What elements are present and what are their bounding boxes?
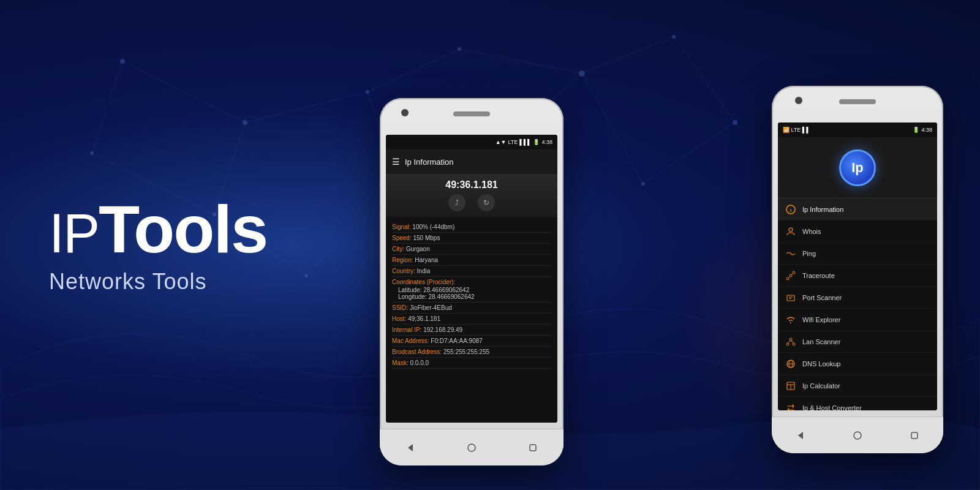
city-row: City: Gurgaon: [392, 244, 551, 255]
mask-label: Mask:: [392, 360, 410, 366]
svg-text:i: i: [790, 208, 791, 213]
country-value: India: [417, 268, 431, 274]
status2-battery: 🔋: [913, 127, 919, 133]
svg-marker-56: [798, 432, 803, 439]
region-row: Region: Haryana: [392, 255, 551, 266]
camera-2: [795, 97, 802, 104]
wifi-label: Wifi Explorer: [802, 316, 840, 323]
hamburger-icon[interactable]: ☰: [392, 157, 400, 167]
ip-info-label: Ip Information: [802, 206, 843, 213]
back-btn-1[interactable]: [403, 440, 418, 455]
status-bar-2: 📶 LTE ▌▌ 🔋 4:38: [778, 123, 937, 137]
share-btn[interactable]: ⤴: [448, 194, 466, 211]
svg-line-47: [788, 341, 791, 343]
host-row: Host: 49;36.1.181: [392, 314, 551, 325]
mac-row: Mac Address: F0:D7:AA:AA:9087: [392, 336, 551, 347]
coords-label: Coordinates (Procider):: [392, 279, 551, 285]
svg-point-37: [790, 274, 792, 277]
broadcast-label: Brodcast Address:: [392, 349, 443, 355]
home-btn-2[interactable]: [850, 428, 865, 443]
status-network: ▲▼: [496, 139, 507, 145]
ip-hero: 49:36.1.181 ⤴ ↻: [386, 174, 557, 217]
status-time: 4:38: [541, 139, 552, 145]
svg-point-38: [793, 271, 795, 274]
app-subtitle: Networks Tools: [49, 269, 270, 295]
phone-2: 📶 LTE ▌▌ 🔋 4:38 Ip: [772, 86, 943, 453]
ip-address-display: 49:36.1.181: [445, 179, 497, 190]
country-label: Country:: [392, 268, 417, 274]
wifi-explorer-icon: [785, 314, 796, 325]
svg-point-31: [468, 444, 475, 451]
ssid-value: JioFiber-4EBud: [410, 304, 452, 311]
status-battery: 🔋: [533, 139, 540, 145]
region-value: Haryana: [415, 257, 438, 263]
phones-section: ▲▼ LTE ▌▌▌ 🔋 4:38 ☰ Ip Information 49:36…: [306, 0, 980, 490]
city-label: City:: [392, 246, 406, 252]
menu-screen: 📶 LTE ▌▌ 🔋 4:38 Ip: [778, 123, 937, 410]
menu-list: i Ip Information Whois: [778, 198, 937, 410]
converter-icon: [785, 402, 796, 411]
back-btn-2[interactable]: [793, 428, 808, 443]
latitude-value: Latitude: 28.46669062642: [392, 287, 551, 293]
speed-row: Speed: 150 Mbps: [392, 233, 551, 244]
port-scanner-label: Port Scanner: [802, 294, 842, 301]
svg-line-48: [791, 341, 794, 343]
speed-label: Speed:: [392, 235, 413, 241]
ping-label: Ping: [802, 250, 816, 257]
menu-item-traceroute[interactable]: Traceroute: [778, 265, 937, 287]
mac-value: F0:D7:AA:AA:9087: [431, 337, 483, 344]
signal-label: Signal:: [392, 224, 412, 230]
status-signal: ▌▌▌: [519, 139, 531, 145]
ip-calc-icon: [785, 380, 796, 391]
toolbar-title: Ip Information: [405, 157, 454, 167]
title-tools: Tools: [99, 191, 267, 266]
menu-item-ping[interactable]: Ping: [778, 243, 937, 265]
broadcast-row: Brodcast Address: 255:255:255:255: [392, 347, 551, 358]
svg-rect-32: [530, 445, 536, 451]
internal-ip-row: Internal IP: 192.168.29.49: [392, 325, 551, 336]
host-value: 49;36.1.181: [408, 315, 440, 322]
menu-item-wifi[interactable]: Wifi Explorer: [778, 309, 937, 331]
ip-info-icon: i: [785, 204, 796, 215]
lan-label: Lan Scanner: [802, 338, 840, 345]
menu-item-converter[interactable]: Ip & Host Converter: [778, 397, 937, 410]
svg-point-57: [854, 432, 861, 439]
main-content: IPTools Networks Tools ▲▼ LTE ▌▌▌ 🔋 4:38: [0, 0, 980, 490]
svg-point-36: [786, 277, 789, 280]
status-lte: LTE: [508, 139, 518, 145]
menu-item-whois[interactable]: Whois: [778, 221, 937, 243]
country-row: Country: India: [392, 266, 551, 277]
longitude-value: Longitude: 28.46669062642: [392, 293, 551, 300]
dns-icon: [785, 358, 796, 369]
svg-point-45: [786, 343, 789, 345]
ssid-row: SSID: JioFiber-4EBud: [392, 303, 551, 314]
host-label: Host:: [392, 315, 408, 322]
broadcast-value: 255:255:255:255: [443, 349, 489, 355]
phone-1-nav: [380, 429, 564, 466]
svg-point-44: [790, 338, 792, 341]
svg-rect-58: [911, 432, 918, 439]
menu-item-dns[interactable]: DNS Lookup: [778, 353, 937, 375]
logo-text: Ip: [851, 160, 864, 176]
phone-1-screen: ▲▼ LTE ▌▌▌ 🔋 4:38 ☰ Ip Information 49:36…: [386, 135, 557, 423]
svg-point-35: [789, 228, 793, 232]
menu-item-lan[interactable]: Lan Scanner: [778, 331, 937, 353]
signal-value: 100% (-44dbm): [412, 224, 454, 230]
menu-item-ip-calc[interactable]: Ip Calculator: [778, 375, 937, 397]
phone-2-nav: [772, 417, 943, 453]
hero-section: IPTools Networks Tools: [0, 159, 306, 331]
menu-item-ip-info[interactable]: i Ip Information: [778, 198, 937, 221]
status-bar-1: ▲▼ LTE ▌▌▌ 🔋 4:38: [386, 135, 557, 149]
ping-icon: [785, 248, 796, 259]
mask-value: 0.0.0.0: [410, 360, 429, 366]
app-title: IPTools: [49, 195, 270, 263]
recent-btn-2[interactable]: [907, 428, 922, 443]
recent-btn-1[interactable]: [526, 440, 540, 455]
svg-rect-41: [787, 295, 794, 301]
ip-toolbar: ☰ Ip Information: [386, 149, 557, 174]
speed-value: 150 Mbps: [413, 235, 440, 241]
refresh-btn[interactable]: ↻: [478, 194, 495, 211]
speaker-1: [453, 111, 490, 116]
home-btn-1[interactable]: [464, 440, 479, 455]
menu-item-port-scanner[interactable]: Port Scanner: [778, 287, 937, 309]
